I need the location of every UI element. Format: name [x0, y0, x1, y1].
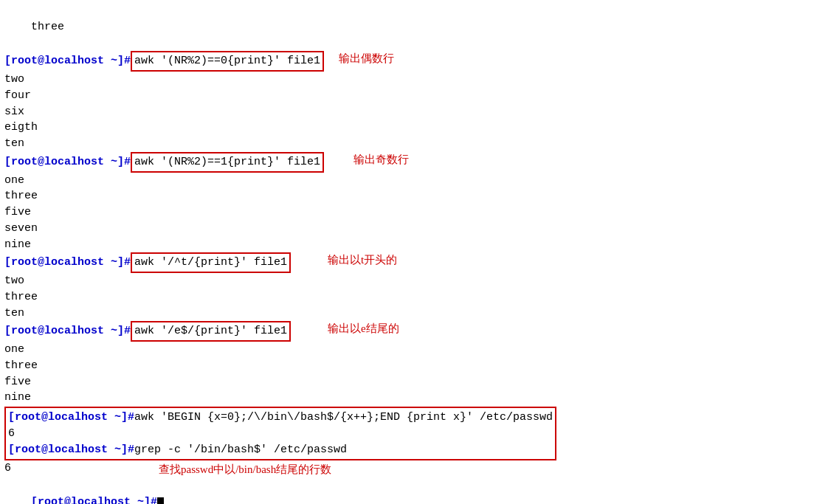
cmd-text-5a: awk 'BEGIN {x=0};/\/bin\/bash$/{x++};END…: [134, 411, 553, 424]
command-row-4: [root@localhost ~]#awk '/e$/{print}' fil…: [4, 321, 810, 342]
command-line-2: [root@localhost ~]#awk '(NR%2)==1{print}…: [4, 152, 324, 173]
output-line: nine: [4, 237, 810, 253]
output-line: five: [4, 374, 810, 390]
output-line: one: [4, 342, 810, 358]
command-line-1: [root@localhost ~]#awk '(NR%2)==0{print}…: [4, 51, 324, 72]
output-line: seven: [4, 221, 810, 237]
cmd-box-2: awk '(NR%2)==1{print}' file1: [131, 152, 324, 173]
output-line: two: [4, 273, 810, 289]
output-line: eigth: [4, 120, 810, 136]
command-line-5b: [root@localhost ~]#grep -c '/bin/bash$' …: [8, 442, 553, 458]
prompt: [root@localhost ~]#: [4, 256, 131, 269]
output-line: one: [4, 173, 810, 189]
command-row-2: [root@localhost ~]#awk '(NR%2)==1{print}…: [4, 152, 810, 173]
command-line-5a: [root@localhost ~]#awk 'BEGIN {x=0};/\/b…: [8, 410, 553, 426]
final-prompt-line: [root@localhost ~]#: [4, 478, 810, 504]
annotation-1: 输出偶数行: [339, 51, 394, 67]
prompt: [root@localhost ~]#: [4, 156, 131, 168]
command-line-4: [root@localhost ~]#awk '/e$/{print}' fil…: [4, 321, 291, 342]
output-line: two: [4, 72, 810, 88]
prompt: [root@localhost ~]#: [8, 411, 134, 424]
output-line: nine: [4, 390, 810, 406]
prompt: [root@localhost ~]#: [4, 325, 131, 337]
output-line: six: [4, 104, 810, 120]
command-row-3: [root@localhost ~]#awk '/^t/{print}' fil…: [4, 252, 810, 273]
output-line: ten: [4, 136, 810, 152]
output-line: ten: [4, 305, 810, 322]
prompt: [root@localhost ~]#: [4, 55, 131, 67]
output-line: four: [4, 88, 810, 104]
output-line: five: [4, 204, 810, 221]
cmd-box-3: awk '/^t/{print}' file1: [131, 252, 291, 273]
output-line: three: [4, 358, 810, 374]
terminal: three [root@localhost ~]#awk '(NR%2)==0{…: [4, 3, 810, 504]
output-line: three: [4, 3, 810, 51]
output-line: three: [4, 289, 810, 305]
cmd-box-4: awk '/e$/{print}' file1: [131, 321, 291, 342]
annotation-3: 输出以t开头的: [328, 252, 397, 269]
cmd-box-group-5: [root@localhost ~]#awk 'BEGIN {x=0};/\/b…: [4, 407, 556, 460]
output-line: three: [4, 188, 810, 204]
cursor: [157, 497, 164, 504]
cmd-text-5b: grep -c '/bin/bash$' /etc/passwd: [134, 443, 347, 456]
prompt: [root@localhost ~]#: [31, 496, 157, 504]
command-line-3: [root@localhost ~]#awk '/^t/{print}' fil…: [4, 252, 291, 273]
output-annotation-row: 6 查找passwd中以/bin/bash结尾的行数: [4, 460, 810, 478]
output-line: 6: [8, 426, 553, 442]
annotation-4: 输出以e结尾的: [328, 321, 399, 337]
command-row-1: [root@localhost ~]#awk '(NR%2)==0{print}…: [4, 51, 810, 72]
output-6: 6: [4, 460, 11, 477]
prompt: [root@localhost ~]#: [8, 443, 134, 456]
cmd-box-1: awk '(NR%2)==0{print}' file1: [131, 51, 324, 72]
annotation-2: 输出奇数行: [353, 152, 409, 168]
output-text: three: [31, 21, 64, 33]
annotation-5: 查找passwd中以/bin/bash结尾的行数: [159, 462, 331, 478]
